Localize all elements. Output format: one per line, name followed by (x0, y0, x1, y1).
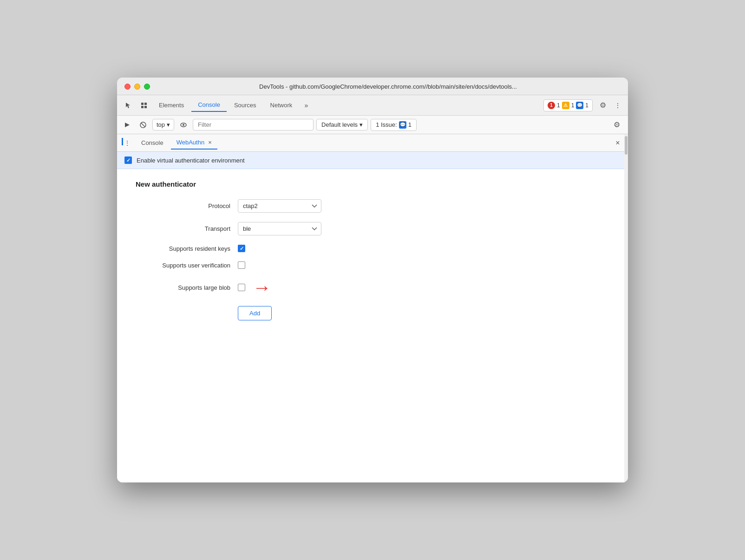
close-panel-button[interactable]: × (611, 137, 624, 150)
ban-icon[interactable] (137, 118, 150, 131)
svg-line-6 (141, 123, 145, 127)
resident-keys-label: Supports resident keys (136, 245, 238, 252)
large-blob-container: ← (238, 278, 271, 297)
tab-elements[interactable]: Elements (152, 99, 190, 111)
message-icon: 💬 (576, 102, 583, 109)
more-options-icon[interactable]: ⋮ (611, 99, 624, 112)
chevron-down-icon: ▾ (359, 121, 363, 128)
issues-icon: 💬 (399, 121, 406, 129)
new-authenticator-title: New authenticator (136, 180, 609, 188)
warning-icon: ⚠ (562, 102, 569, 109)
new-authenticator-section: New authenticator Protocol ctap2 u2f Tra… (117, 169, 628, 341)
badge-group: 1 1 ⚠ 1 💬 1 (543, 99, 593, 111)
svg-point-8 (183, 124, 184, 126)
large-blob-row: Supports large blob ← (136, 278, 609, 297)
large-blob-checkbox[interactable] (238, 284, 245, 291)
transport-row: Transport ble usb nfc internal (136, 222, 609, 235)
context-value: top (157, 121, 165, 128)
issues-button[interactable]: 1 Issue: 💬 1 (371, 119, 417, 131)
issues-label: 1 Issue: (376, 121, 397, 128)
add-authenticator-button[interactable]: Add (238, 306, 272, 320)
layers-icon[interactable] (137, 98, 151, 113)
add-button-row: Add (136, 306, 609, 320)
transport-select[interactable]: ble usb nfc internal (238, 222, 321, 235)
svg-marker-4 (125, 123, 130, 127)
default-levels-button[interactable]: Default levels ▾ (316, 119, 368, 130)
user-verification-row: Supports user verification (136, 261, 609, 269)
error-badge-button[interactable]: 1 1 ⚠ 1 💬 1 (543, 99, 593, 111)
main-content: ⋮ Console WebAuthn × × Enable virtual au… (117, 134, 628, 482)
console-toolbar: top ▾ Default levels ▾ 1 Issue: 💬 1 ⚙ (117, 116, 628, 134)
context-selector[interactable]: top ▾ (152, 119, 174, 130)
panel-tabs-bar: ⋮ Console WebAuthn × × (117, 134, 628, 152)
svg-rect-0 (141, 103, 144, 105)
tab-console[interactable]: Console (191, 98, 227, 112)
message-count: 1 (585, 102, 588, 109)
cursor-icon[interactable] (121, 98, 136, 113)
devtools-window: DevTools - github.com/GoogleChrome/devel… (117, 78, 628, 482)
resident-keys-checkbox[interactable] (238, 245, 245, 252)
enable-auth-checkbox[interactable] (124, 156, 132, 164)
tab-network[interactable]: Network (264, 99, 299, 111)
protocol-label: Protocol (136, 202, 238, 209)
close-webauthn-tab-icon[interactable]: × (208, 139, 212, 146)
error-count: 1 (557, 102, 560, 109)
tab-console-panel[interactable]: Console (136, 137, 169, 149)
filter-input[interactable] (193, 119, 314, 130)
error-icon: 1 (548, 102, 555, 109)
settings-icon[interactable]: ⚙ (595, 98, 610, 113)
eye-icon[interactable] (177, 118, 190, 131)
enable-auth-label: Enable virtual authenticator environment (137, 157, 245, 164)
traffic-lights (124, 84, 150, 90)
execute-context-icon[interactable] (121, 118, 134, 131)
warning-count: 1 (571, 102, 575, 109)
svg-rect-2 (141, 106, 144, 108)
protocol-row: Protocol ctap2 u2f (136, 199, 609, 213)
scrollbar-thumb[interactable] (625, 136, 627, 155)
chevron-down-icon: ▾ (167, 121, 170, 128)
window-title: DevTools - github.com/GoogleChrome/devel… (156, 83, 621, 90)
protocol-select[interactable]: ctap2 u2f (238, 199, 321, 213)
close-window-button[interactable] (124, 84, 131, 90)
resident-keys-row: Supports resident keys (136, 245, 609, 252)
more-tabs-button[interactable]: » (300, 99, 313, 112)
default-levels-label: Default levels (321, 121, 358, 128)
red-arrow-annotation: ← (253, 278, 271, 297)
enable-auth-bar: Enable virtual authenticator environment (117, 152, 628, 169)
tab-sources[interactable]: Sources (228, 99, 263, 111)
title-bar: DevTools - github.com/GoogleChrome/devel… (117, 78, 628, 95)
svg-rect-3 (144, 106, 147, 108)
maximize-window-button[interactable] (144, 84, 150, 90)
issues-count: 1 (408, 121, 412, 128)
transport-label: Transport (136, 225, 238, 232)
scrollbar[interactable] (624, 134, 628, 482)
user-verification-label: Supports user verification (136, 262, 238, 269)
devtools-tab-bar: Elements Console Sources Network » 1 1 ⚠… (117, 95, 628, 116)
console-settings-icon[interactable]: ⚙ (609, 117, 624, 132)
blue-indicator (122, 138, 123, 145)
minimize-window-button[interactable] (134, 84, 140, 90)
tab-webauthn-panel[interactable]: WebAuthn × (171, 136, 217, 150)
user-verification-checkbox[interactable] (238, 261, 245, 269)
svg-rect-1 (144, 103, 147, 105)
large-blob-label: Supports large blob (136, 284, 238, 291)
